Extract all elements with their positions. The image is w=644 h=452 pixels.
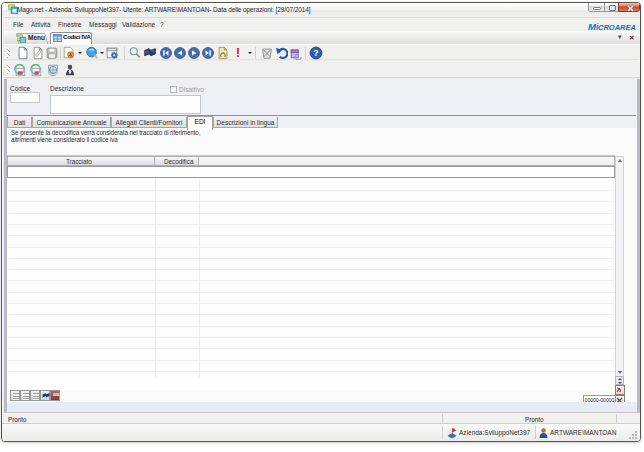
svg-text:?: ? <box>313 48 318 58</box>
